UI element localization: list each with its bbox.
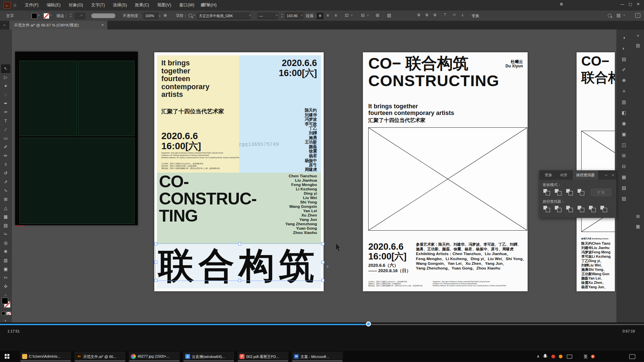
minus-front-icon[interactable] [555,189,562,195]
selection-handle[interactable] [321,261,324,264]
selection-handle[interactable] [321,279,324,282]
none-mode-icon[interactable] [8,312,11,315]
document-setup-icon[interactable]: ⊟ [361,13,365,18]
document-tab[interactable]: 示范文件.ai* @ 66.67 % (CMYK/预览) ✕ [9,21,107,29]
green-block[interactable]: CO-CONSTRUC-TING Chen TianzhuoLiu Jianhu… [157,173,321,244]
font-style-caret-icon[interactable]: ∨ [276,14,278,17]
fill-color-swatch[interactable] [32,13,37,19]
align-bottom-icon[interactable]: ⊥ [461,13,464,17]
dock-panel-icon[interactable]: ▧ [619,184,629,192]
globe-icon[interactable]: ⊕ [163,13,167,18]
panel-menu-icon[interactable]: ≡ [608,170,617,180]
taskbar-item[interactable]: Ai 示范文件.ai* @ 66... [74,352,125,361]
fill-swatch[interactable] [2,298,8,304]
align-objects-center-icon[interactable]: ≣ [425,13,428,17]
tool-icon[interactable]: ▤ [0,221,11,230]
taskbar-item[interactable]: W 文案 - Microsoft .. [292,352,343,361]
selection-handle[interactable] [238,242,241,245]
stroke-width-field[interactable] [74,13,85,19]
workspace-switcher-icon[interactable]: ▦ ∨ [201,2,210,7]
dock-bottom-icon[interactable]: ▦ [633,223,643,231]
font-search-icon[interactable] [189,14,192,17]
stroke-width-caret-icon[interactable]: ∨ [80,14,83,17]
font-family-caret-icon[interactable]: ∨ [249,14,251,17]
taskbar-item[interactable]: 云 云直播(window64)... [183,352,234,361]
unite-icon[interactable] [543,189,551,195]
sogou-input-icon[interactable]: S [591,355,595,358]
crop-icon[interactable] [578,206,585,212]
tool-icon[interactable]: ◊ [0,160,11,169]
selection-handle[interactable] [154,261,157,264]
dock-top-icon[interactable]: « [633,32,643,40]
tab-pathfinder[interactable]: 路径查找器 [573,170,598,180]
tray-expand-icon[interactable]: ∧ [537,354,540,359]
tray-orange-app-icon[interactable] [559,355,562,358]
font-family-field[interactable]: 方正兰亭中粗黑_GBK [197,13,250,19]
minus-back-icon[interactable] [600,206,608,212]
tool-icon[interactable]: ▥ [0,256,11,265]
tray-red-app-icon[interactable] [551,355,555,358]
tool-icon[interactable]: ⇗ [0,178,11,186]
tool-icon[interactable]: ◌ [0,90,11,99]
tool-icon[interactable]: ▦ [0,213,11,221]
dock-panel-icon[interactable]: ▨ [619,194,629,202]
minimize-icon[interactable]: — [621,2,624,6]
tool-icon[interactable]: T [0,117,11,125]
tool-icon[interactable]: ∕ [0,125,11,134]
character-panel-icon[interactable]: ⊡ [345,13,348,18]
selection-handle[interactable] [154,242,157,245]
align-objects-right-icon[interactable]: ≣ [433,13,436,17]
tool-icon[interactable]: ✁ [0,230,11,239]
input-language[interactable]: 英 [584,354,588,360]
menu-item[interactable]: 效果(C) [135,2,149,8]
menu-item[interactable]: 视图(V) [157,2,171,8]
align-right-icon[interactable]: ≡ [333,13,339,18]
menu-item[interactable]: 文件(F) [25,2,39,8]
dark-rect-top-left[interactable] [19,61,77,136]
tool-icon[interactable]: ⊞ [0,195,11,204]
overlay-window-icon[interactable]: ⧉ [560,2,563,6]
divide-icon[interactable] [543,206,551,212]
brush-definition-field[interactable] [91,13,115,18]
menu-item[interactable]: 文字(T) [91,2,105,8]
back-icon[interactable]: ← [3,2,11,9]
expand-button[interactable]: 扩展 [591,189,611,196]
dock-panel-icon[interactable]: ▤ [619,55,629,63]
tool-icon[interactable]: ✒ [0,99,11,108]
yellow-block[interactable]: It bringstogetherfourteencontemporaryart… [157,55,239,173]
intersect-icon[interactable] [566,189,574,195]
outline-icon[interactable] [589,206,596,212]
dock-panel-icon[interactable]: ⊞ [619,152,629,160]
tool-icon[interactable]: ∿ [0,186,11,195]
dock-panel-icon[interactable]: ◉ [619,119,629,127]
tool-icon[interactable]: ▣ [0,265,11,274]
dock-panel-icon[interactable]: ◧ [619,109,629,117]
stroke-stepper[interactable]: ▲▼ [70,13,72,18]
dock-panel-icon[interactable]: ❋ [619,76,629,84]
preferences-icon[interactable]: ⊞ [376,13,379,18]
tool-icon[interactable]: ▭ [0,134,11,143]
tool-icon[interactable]: ◎ [0,239,11,247]
tool-icon[interactable]: ❋ [0,247,11,256]
exclude-icon[interactable] [578,189,585,195]
arrange-documents-caret-icon[interactable]: ∨ [623,14,625,17]
tool-icon[interactable]: ↺ [0,169,11,178]
toolbar-mode-icon[interactable]: ◐ [0,318,11,322]
maximize-icon[interactable]: ▢ [629,2,632,6]
tool-icon[interactable]: ▷ [0,73,11,82]
dock-bottom-icon[interactable]: ⊞ [633,213,643,221]
microphone-icon[interactable] [544,354,546,357]
tool-icon[interactable]: ✶ [0,82,11,90]
align-objects-left-icon[interactable]: ≣ [417,13,420,17]
font-size-caret-icon[interactable]: ∨ [301,14,303,17]
tool-icon[interactable]: ✣ [0,282,11,291]
tool-icon[interactable]: △ [0,204,11,213]
align-left-icon[interactable]: ≡ [317,13,323,19]
font-size-stepper[interactable]: ▲▼ [281,13,283,18]
dock-panel-icon[interactable]: ◑ [619,34,629,42]
tab-close-icon[interactable]: ✕ [101,21,104,29]
align-top-icon[interactable]: ⊤ [443,13,447,17]
align-middle-icon[interactable]: ⊣ [452,13,455,17]
selection-bounding-box[interactable] [155,243,323,281]
dock-panel-icon[interactable]: ▥ [619,98,629,106]
